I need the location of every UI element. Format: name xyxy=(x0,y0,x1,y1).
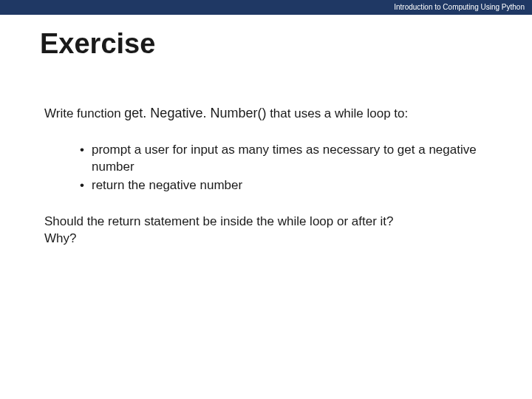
list-item: prompt a user for input as many times as… xyxy=(80,142,488,176)
intro-paragraph: Write function get. Negative. Number() t… xyxy=(44,104,488,123)
course-title: Introduction to Computing Using Python xyxy=(394,3,525,11)
course-header-bar: Introduction to Computing Using Python xyxy=(0,0,532,15)
intro-suffix: that uses a while loop to: xyxy=(266,106,408,120)
list-item: return the negative number xyxy=(80,177,488,194)
slide: Introduction to Computing Using Python E… xyxy=(0,0,532,399)
slide-body: Write function get. Negative. Number() t… xyxy=(44,104,488,248)
question-paragraph: Should the return statement be inside th… xyxy=(44,214,429,248)
function-name: get. Negative. Number() xyxy=(124,106,266,120)
slide-title: Exercise xyxy=(40,28,532,60)
bullet-list: prompt a user for input as many times as… xyxy=(80,142,488,194)
intro-prefix: Write function xyxy=(44,106,124,120)
